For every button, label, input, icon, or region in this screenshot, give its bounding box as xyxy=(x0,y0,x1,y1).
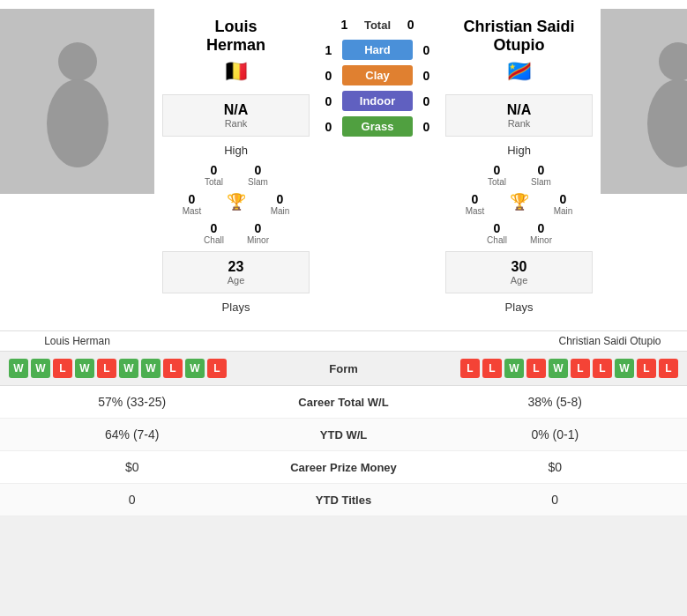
svg-point-3 xyxy=(647,79,688,167)
stats-right-0: 38% (5-8) xyxy=(432,395,679,409)
stats-right-3: 0 xyxy=(432,493,679,507)
left-form-badge-l: L xyxy=(97,359,116,378)
left-form-badge-w: W xyxy=(31,359,50,378)
right-main-stat: 0 Main xyxy=(543,192,583,216)
left-minor-stat: 0 Minor xyxy=(238,221,278,245)
svg-point-0 xyxy=(58,42,97,81)
left-mast-stat: 0 Mast xyxy=(172,192,212,216)
left-high-label: High xyxy=(224,144,248,157)
stats-right-2: $0 xyxy=(432,460,679,474)
right-chall-stat: 0 Chall xyxy=(477,221,517,245)
left-player-photo xyxy=(0,9,154,194)
left-main-stat: 0 Main xyxy=(260,192,300,216)
left-rank-value: N/A xyxy=(170,102,302,118)
players-section: Louis Herman 🇧🇪 N/A Rank High 0 Total 0 xyxy=(0,0,687,331)
left-form-badge-l: L xyxy=(53,359,72,378)
right-form-badge-l: L xyxy=(637,359,656,378)
right-form-badge-w: W xyxy=(549,359,568,378)
right-rank-label: Rank xyxy=(453,118,585,129)
left-form-badge-w: W xyxy=(141,359,161,378)
left-total-score: 1 xyxy=(338,18,351,32)
right-rank-box: N/A Rank xyxy=(445,94,593,137)
stats-left-0: 57% (33-25) xyxy=(9,395,256,409)
indoor-right-score: 0 xyxy=(420,94,433,108)
right-player-name-below: Christian Saidi Otupio xyxy=(533,331,687,351)
right-trophy-icon: 🏆 xyxy=(499,192,539,216)
right-mast-stat: 0 Mast xyxy=(455,192,495,216)
right-form-badge-l: L xyxy=(482,359,502,378)
surface-row-grass: 0 Grass 0 xyxy=(322,116,433,137)
hard-left-score: 1 xyxy=(322,43,335,57)
right-form-badge-l: L xyxy=(659,359,678,378)
stats-left-3: 0 xyxy=(9,493,256,507)
clay-button[interactable]: Clay xyxy=(342,65,413,85)
surface-row-clay: 0 Clay 0 xyxy=(322,65,433,85)
stats-label-1: YTD W/L xyxy=(256,428,432,442)
stats-row-3: 0 YTD Titles 0 xyxy=(0,484,687,516)
svg-point-1 xyxy=(47,79,108,167)
grass-button[interactable]: Grass xyxy=(342,116,413,137)
indoor-button[interactable]: Indoor xyxy=(342,91,413,111)
right-slam-stat: 0 Slam xyxy=(521,163,561,187)
left-stats-grid-3: 0 Chall 0 Minor xyxy=(154,221,317,245)
main-container: Louis Herman 🇧🇪 N/A Rank High 0 Total 0 xyxy=(0,0,687,516)
left-form-badge-l: L xyxy=(163,359,183,378)
right-rank-value: N/A xyxy=(453,102,585,118)
indoor-left-score: 0 xyxy=(322,94,335,108)
right-age-label: Age xyxy=(453,275,585,286)
right-form-badge-w: W xyxy=(504,359,524,378)
left-chall-stat: 0 Chall xyxy=(194,221,234,245)
right-form-badge-l: L xyxy=(526,359,546,378)
left-player-name-header: Louis Herman xyxy=(206,18,265,55)
stats-label-0: Career Total W/L xyxy=(256,396,432,409)
right-form-badges: LLWLWLLWLL xyxy=(397,359,679,378)
stats-label-2: Career Prize Money xyxy=(256,461,432,474)
right-stats-grid-1: 0 Total 0 Slam xyxy=(437,163,601,187)
stats-row-2: $0 Career Prize Money $0 xyxy=(0,451,687,484)
right-stats-grid-3: 0 Chall 0 Minor xyxy=(437,221,601,245)
left-age-value: 23 xyxy=(170,259,302,275)
right-stats-grid-2: 0 Mast 🏆 0 Main xyxy=(437,192,601,216)
stats-left-2: $0 xyxy=(9,460,256,474)
left-form-badge-w: W xyxy=(75,359,94,378)
right-player-flag: 🇨🇩 xyxy=(506,59,533,84)
hard-button[interactable]: Hard xyxy=(342,40,413,60)
grass-right-score: 0 xyxy=(420,120,433,134)
surface-row-indoor: 0 Indoor 0 xyxy=(322,91,433,111)
left-form-badge-w: W xyxy=(119,359,138,378)
form-row: WWLWLWWLWL Form LLWLWLLWLL xyxy=(0,352,687,386)
bottom-section: WWLWLWWLWL Form LLWLWLLWLL 57% (33-25) C… xyxy=(0,352,687,516)
right-total-stat: 0 Total xyxy=(477,163,517,187)
left-plays-label: Plays xyxy=(222,301,250,314)
left-form-badge-w: W xyxy=(9,359,28,378)
left-total-stat: 0 Total xyxy=(194,163,234,187)
hard-right-score: 0 xyxy=(420,43,433,57)
stats-left-1: 64% (7-4) xyxy=(9,427,256,442)
left-stats-grid-2: 0 Mast 🏆 0 Main xyxy=(154,192,317,216)
right-high-label: High xyxy=(507,144,531,157)
stats-rows: 57% (33-25) Career Total W/L 38% (5-8) 6… xyxy=(0,386,687,516)
left-age-box: 23 Age xyxy=(162,251,310,293)
svg-point-2 xyxy=(659,42,688,81)
stats-row-0: 57% (33-25) Career Total W/L 38% (5-8) xyxy=(0,386,687,419)
left-rank-box: N/A Rank xyxy=(162,94,310,137)
right-total-score: 0 xyxy=(404,18,417,32)
left-form-badge-l: L xyxy=(207,359,227,378)
clay-right-score: 0 xyxy=(420,69,433,83)
right-player-info: Christian Saidi Otupio 🇨🇩 N/A Rank High … xyxy=(437,9,601,322)
right-player-photo xyxy=(601,9,687,194)
right-form-badge-l: L xyxy=(571,359,590,378)
left-rank-label: Rank xyxy=(170,118,302,129)
left-player-name-below: Louis Herman xyxy=(0,331,154,351)
total-label: Total xyxy=(364,19,391,32)
stats-right-1: 0% (0-1) xyxy=(432,427,679,442)
left-form-badges: WWLWLWWLWL xyxy=(9,359,291,378)
right-minor-stat: 0 Minor xyxy=(521,221,561,245)
right-player-name-header: Christian Saidi Otupio xyxy=(463,18,574,55)
grass-left-score: 0 xyxy=(322,120,335,134)
total-row: 1 Total 0 xyxy=(338,18,417,32)
center-section: 1 Total 0 1 Hard 0 0 Clay 0 0 Indoor 0 xyxy=(317,9,437,322)
left-panel-inner: N/A Rank High 0 Total 0 Slam xyxy=(154,91,317,317)
left-age-label: Age xyxy=(170,275,302,286)
left-player-flag: 🇧🇪 xyxy=(223,59,250,84)
